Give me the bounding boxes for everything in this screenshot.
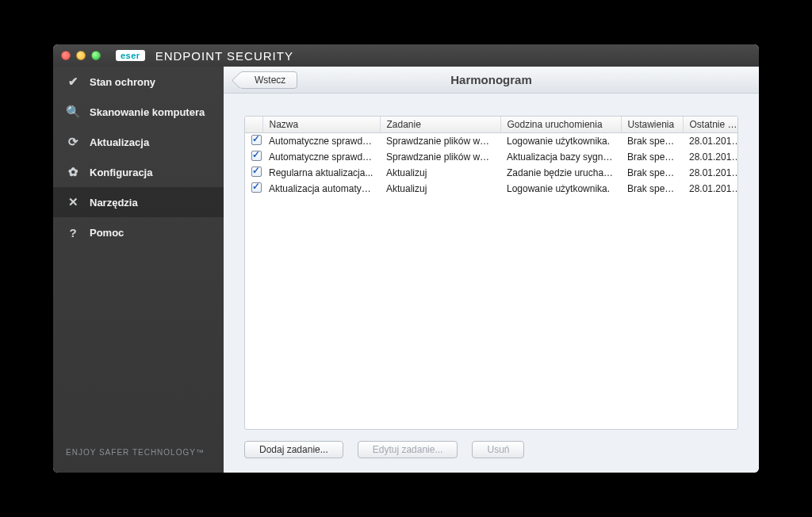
cell-last: 28.01.2015,... [683, 149, 738, 165]
close-window-button[interactable] [61, 51, 71, 60]
cell-task: Sprawdzanie plików wyk... [380, 133, 500, 150]
col-task[interactable]: Zadanie [380, 117, 500, 133]
toolbar: Wstecz Harmonogram [224, 67, 759, 94]
brand-title: ENDPOINT SECURITY [155, 49, 293, 63]
cell-settings: Brak specjal... [621, 133, 683, 150]
cell-last: 28.01.2015,... [683, 133, 738, 150]
row-checkbox[interactable] [251, 167, 262, 177]
page-title: Harmonogram [450, 73, 532, 86]
help-icon: ? [66, 225, 80, 239]
sidebar-item-label: Pomoc [90, 227, 124, 239]
titlebar: eser ENDPOINT SECURITY [53, 44, 759, 67]
back-button-label: Wstecz [255, 75, 285, 86]
table-row[interactable]: Automatyczne sprawdz... Sprawdzanie plik… [245, 149, 738, 165]
cell-task: Sprawdzanie plików wyk... [380, 149, 500, 165]
add-task-button[interactable]: Dodaj zadanie... [244, 441, 343, 458]
back-button[interactable]: Wstecz [239, 71, 297, 89]
sidebar-item-label: Konfiguracja [90, 167, 152, 178]
row-checkbox[interactable] [251, 135, 262, 145]
gear-icon: ✿ [66, 165, 80, 179]
row-checkbox[interactable] [251, 182, 262, 193]
sidebar-footer: ENJOY SAFER TECHNOLOGY™ [53, 432, 224, 473]
cell-name: Automatyczne sprawdz... [262, 149, 380, 165]
main-pane: Nazwa Zadanie Godzina uruchomienia Ustaw… [224, 94, 759, 473]
tools-icon: ✕ [66, 195, 80, 209]
sidebar-item-scan[interactable]: 🔍 Skanowanie komputera [53, 97, 224, 127]
delete-task-button[interactable]: Usuń [472, 441, 524, 458]
table-row[interactable]: Automatyczne sprawdz... Sprawdzanie plik… [245, 133, 738, 150]
sidebar-item-update[interactable]: ⟳ Aktualizacja [53, 127, 224, 157]
sidebar-item-setup[interactable]: ✿ Konfiguracja [53, 157, 224, 187]
col-last[interactable]: Ostatnie uru... [683, 117, 738, 133]
col-settings[interactable]: Ustawienia [621, 117, 683, 133]
sidebar-item-status[interactable]: ✔ Stan ochrony [53, 67, 224, 97]
row-checkbox[interactable] [251, 151, 262, 161]
col-checkbox[interactable] [245, 117, 262, 133]
cell-last: 28.01.2015,... [683, 165, 738, 181]
brand-logo: eser [116, 50, 145, 61]
table-row[interactable]: Aktualizacja automatyc... Aktualizuj Log… [245, 181, 738, 197]
sidebar-item-help[interactable]: ? Pomoc [53, 217, 224, 247]
sidebar: ✔ Stan ochrony 🔍 Skanowanie komputera ⟳ … [53, 67, 224, 473]
cell-settings: Brak specjal... [621, 181, 683, 197]
zoom-window-button[interactable] [91, 51, 101, 60]
edit-task-button[interactable]: Edytuj zadanie... [358, 441, 458, 458]
col-launch[interactable]: Godzina uruchomienia [500, 117, 621, 133]
table-row[interactable]: Regularna aktualizacja... Aktualizuj Zad… [245, 165, 738, 181]
cell-launch: Logowanie użytkownika. [500, 133, 621, 150]
app-body: ✔ Stan ochrony 🔍 Skanowanie komputera ⟳ … [53, 67, 759, 473]
sidebar-item-label: Skanowanie komputera [90, 106, 205, 118]
cell-launch: Zadanie będzie urucham... [500, 165, 621, 181]
sidebar-item-label: Aktualizacja [90, 136, 149, 148]
cell-name: Aktualizacja automatyc... [262, 181, 380, 197]
scheduler-table: Nazwa Zadanie Godzina uruchomienia Ustaw… [245, 117, 738, 197]
content-area: Wstecz Harmonogram [224, 67, 759, 473]
cell-settings: Brak specjal... [621, 149, 683, 165]
search-icon: 🔍 [66, 105, 80, 119]
cell-task: Aktualizuj [380, 181, 500, 197]
minimize-window-button[interactable] [76, 51, 86, 60]
cell-name: Regularna aktualizacja... [262, 165, 380, 181]
cell-name: Automatyczne sprawdz... [262, 133, 380, 150]
sidebar-item-label: Narzędzia [90, 197, 138, 209]
sidebar-item-tools[interactable]: ✕ Narzędzia [53, 187, 224, 217]
footer-bar: Dodaj zadanie... Edytuj zadanie... Usuń [244, 430, 738, 458]
app-window: eser ENDPOINT SECURITY ✔ Stan ochrony 🔍 … [53, 44, 759, 473]
sidebar-item-label: Stan ochrony [90, 76, 155, 88]
cell-last: 28.01.2015,... [683, 181, 738, 197]
refresh-icon: ⟳ [66, 135, 80, 149]
cell-launch: Logowanie użytkownika. [500, 181, 621, 197]
table-header-row: Nazwa Zadanie Godzina uruchomienia Ustaw… [245, 117, 738, 133]
cell-launch: Aktualizacja bazy sygnat... [500, 149, 621, 165]
cell-task: Aktualizuj [380, 165, 500, 181]
scheduler-table-container: Nazwa Zadanie Godzina uruchomienia Ustaw… [244, 116, 738, 430]
cell-settings: Brak specjal... [621, 165, 683, 181]
check-icon: ✔ [66, 75, 80, 89]
col-name[interactable]: Nazwa [262, 117, 380, 133]
